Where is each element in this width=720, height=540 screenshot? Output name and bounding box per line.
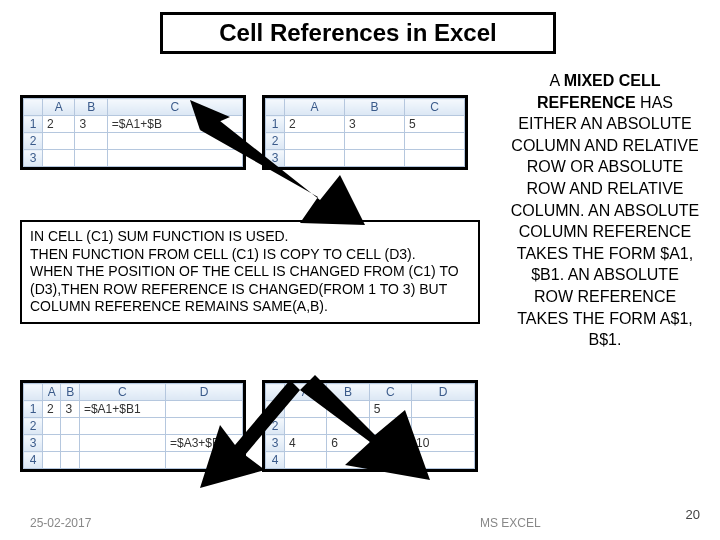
footer-date: 25-02-2017 — [30, 516, 91, 530]
footer-page-number: 20 — [686, 507, 700, 522]
page-title: Cell References in Excel — [160, 12, 556, 54]
explanation-text: IN CELL (C1) SUM FUNCTION IS USED. THEN … — [20, 220, 480, 324]
footer-app-name: MS EXCEL — [480, 516, 541, 530]
excel-grid-top-left: ABC 123=$A1+$B 2 3 — [20, 95, 246, 170]
excel-grid-bottom-left: ABCD 123=$A1+$B1 2 3=$A3+$B 4 — [20, 380, 246, 472]
mixed-reference-definition: A MIXED CELL REFERENCE HAS EITHER AN ABS… — [510, 70, 700, 351]
excel-grid-top-right: ABC 1235 2 3 — [262, 95, 468, 170]
excel-grid-bottom-right: ABCD 15 2 34610 4 — [262, 380, 478, 472]
